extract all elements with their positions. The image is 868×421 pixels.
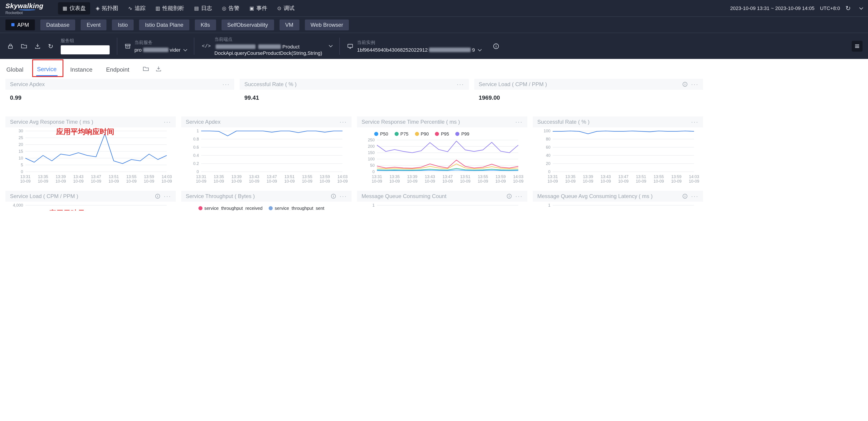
chevron-down-icon[interactable] (329, 43, 333, 47)
chevron-down-icon[interactable] (859, 6, 863, 9)
svg-text:0.2: 0.2 (193, 161, 199, 166)
svg-text:10-09: 10-09 (478, 179, 488, 184)
card-menu-icon[interactable]: ··· (164, 119, 171, 125)
card-menu-icon[interactable]: ··· (340, 193, 347, 199)
legend-item[interactable]: service_throughput_received (198, 206, 262, 210)
legend-item[interactable]: P90 (415, 131, 429, 136)
nav-item-trace[interactable]: ∿追踪 (124, 2, 150, 14)
nav-item-label: 仪表盘 (69, 4, 86, 12)
legend-item[interactable]: P99 (455, 131, 469, 136)
legend-dot (395, 132, 399, 136)
skywalking-logo[interactable]: Skywalking Rocketbot (5, 2, 54, 15)
svg-text:13:47: 13:47 (618, 175, 628, 179)
nav-item-log[interactable]: ▤日志 (190, 2, 217, 14)
info-icon[interactable] (331, 193, 336, 199)
folder-icon[interactable] (143, 66, 149, 72)
trace-icon: ∿ (128, 5, 132, 11)
annotation-text: 应用吞吐量 (49, 209, 85, 210)
current-endpoint-selector[interactable]: </> 当前端点 Product DockApi.queryCourseProd… (202, 36, 332, 56)
svg-text:50: 50 (370, 163, 375, 168)
layer-tab-istio-data-plane[interactable]: Istio Data Plane (139, 19, 189, 30)
dashboard-settings-icon[interactable] (852, 40, 863, 52)
folder-icon[interactable] (21, 43, 27, 49)
info-icon[interactable] (155, 193, 160, 199)
legend-label: service_throughput_received (204, 206, 262, 210)
info-icon[interactable] (506, 193, 512, 199)
tab-instance[interactable]: Instance (69, 62, 93, 76)
layer-tab-vm[interactable]: VM (279, 19, 299, 30)
chart-plot[interactable]: 00.20.40.60.8113:3110-0913:3510-0913:391… (361, 203, 524, 210)
card-menu-icon[interactable]: ··· (691, 82, 699, 87)
card-menu-icon[interactable]: ··· (457, 82, 464, 87)
svg-text:14:03: 14:03 (337, 175, 347, 179)
chart-plot[interactable]: 05101520253013:3110-0913:3510-0913:3910-… (9, 128, 172, 187)
redacted-text (143, 48, 168, 52)
nav-item-alarm[interactable]: ◎告警 (217, 2, 244, 14)
download-icon[interactable] (156, 66, 162, 72)
card-menu-icon[interactable]: ··· (691, 193, 699, 199)
chart-plot[interactable]: 01,0002,0003,0004,00013:3110-0913:3510-0… (9, 203, 172, 210)
nav-item-dashboard[interactable]: ▦仪表盘 (58, 2, 90, 14)
info-icon[interactable] (493, 43, 499, 49)
chart-body: 00.20.40.60.8113:3110-0913:3510-0913:391… (181, 127, 351, 189)
nav-item-topology[interactable]: ◈拓扑图 (91, 2, 123, 14)
nav-item-profile[interactable]: ▥性能剖析 (151, 2, 189, 14)
card-menu-icon[interactable]: ··· (515, 119, 523, 125)
svg-text:13:51: 13:51 (636, 175, 646, 179)
tab-service[interactable]: Service (36, 62, 58, 76)
time-range[interactable]: 2023-10-09 13:31 ~ 2023-10-09 14:05 (730, 5, 814, 11)
svg-text:10-09: 10-09 (460, 179, 470, 184)
chart-plot[interactable]: 05010015020025013:3110-0913:3510-0913:39… (361, 137, 524, 187)
layer-tab-event[interactable]: Event (81, 19, 106, 30)
chart-plot[interactable]: 02040608010013:3110-0913:3510-0913:3910-… (536, 128, 700, 187)
svg-text:10-09: 10-09 (38, 179, 48, 184)
refresh-icon[interactable]: ↻ (845, 4, 851, 12)
svg-text:0: 0 (548, 170, 551, 174)
current-service-label: 当前服务 (134, 39, 187, 46)
lock-icon[interactable] (7, 43, 13, 49)
timezone[interactable]: UTC+8:0 (820, 5, 840, 11)
info-icon[interactable] (682, 193, 687, 199)
svg-text:13:39: 13:39 (231, 175, 242, 179)
svg-text:100: 100 (544, 129, 551, 133)
card-menu-icon[interactable]: ··· (340, 119, 347, 125)
chevron-down-icon[interactable] (478, 47, 482, 51)
layer-tab-selfobservability[interactable]: SelfObservability (221, 19, 274, 30)
nav-item-event[interactable]: ▣事件 (245, 2, 272, 14)
card-header: Successful Rate ( % )··· (240, 79, 469, 90)
svg-text:13:51: 13:51 (460, 175, 470, 179)
svg-text:10-09: 10-09 (390, 179, 400, 184)
tab-endpoint[interactable]: Endpoint (105, 62, 130, 76)
reload-icon[interactable]: ↻ (48, 42, 53, 50)
layer-tab-apm[interactable]: APM (5, 19, 35, 30)
chart-card-successful-rate-chart: Successful Rate ( % )···02040608010013:3… (533, 117, 703, 189)
card-menu-icon[interactable]: ··· (515, 193, 523, 199)
svg-text:13:59: 13:59 (144, 175, 154, 179)
layer-tab-database[interactable]: Database (40, 19, 75, 30)
svg-text:13:59: 13:59 (495, 175, 505, 179)
layer-tab-istio[interactable]: Istio (112, 19, 134, 30)
legend-item[interactable]: P95 (435, 131, 449, 136)
info-icon[interactable] (682, 82, 687, 87)
tab-global[interactable]: Global (5, 62, 24, 76)
current-service-selector[interactable]: 当前服务 provider (124, 39, 187, 53)
chevron-down-icon[interactable] (184, 47, 187, 51)
legend-item[interactable]: P75 (395, 131, 409, 136)
download-icon[interactable] (34, 43, 41, 49)
svg-text:13:59: 13:59 (671, 175, 681, 179)
chart-plot[interactable]: 00.20.40.60.8113:3110-0913:3510-0913:391… (185, 128, 348, 187)
card-menu-icon[interactable]: ··· (691, 119, 699, 125)
svg-text:13:55: 13:55 (478, 175, 488, 179)
layer-tab-web-browser[interactable]: Web Browser (305, 19, 349, 30)
chart-plot[interactable]: 00.20.40.60.8113:3110-0913:3510-0913:391… (536, 203, 700, 210)
service-group-input[interactable] (60, 45, 110, 54)
current-instance-selector[interactable]: 当前实例 1bf96445940b430682520229129 (347, 39, 481, 53)
chart-card-message-queue-consuming-count: Message Queue Consuming Count···00.20.40… (357, 191, 527, 210)
card-menu-icon[interactable]: ··· (222, 82, 230, 87)
legend-item[interactable]: P50 (374, 131, 388, 136)
card-menu-icon[interactable]: ··· (164, 193, 171, 199)
nav-item-debug[interactable]: ⊙调试 (273, 2, 299, 14)
svg-text:10-09: 10-09 (442, 179, 453, 184)
layer-tab-k8s[interactable]: K8s (195, 19, 216, 30)
legend-item[interactable]: service_throughput_sent (269, 206, 324, 210)
